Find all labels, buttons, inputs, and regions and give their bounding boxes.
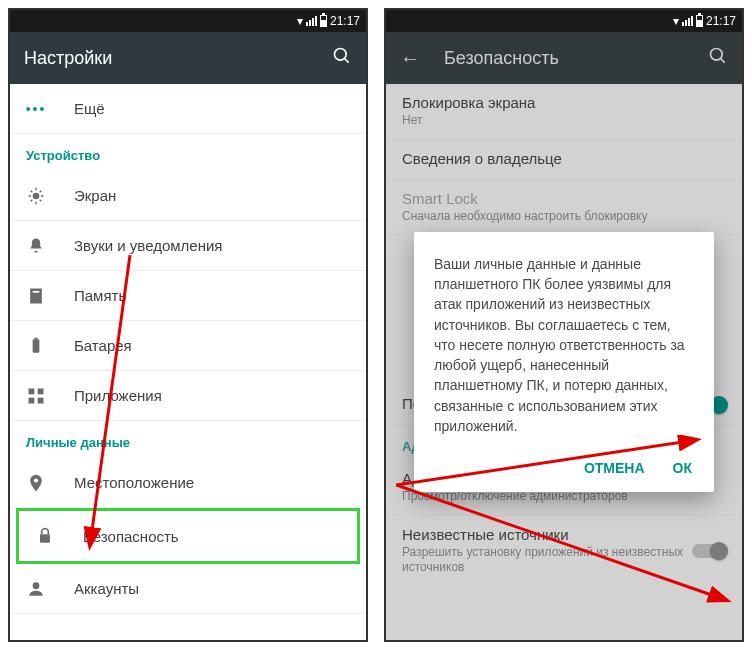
back-icon[interactable]: ←	[400, 47, 420, 70]
lock-icon	[35, 526, 55, 546]
status-bar: ▾ 21:17	[386, 10, 742, 32]
svg-point-13	[33, 582, 40, 589]
item-owner-info: Сведения о владельце	[386, 140, 742, 180]
svg-rect-7	[29, 388, 35, 394]
section-device: Устройство	[10, 134, 366, 171]
svg-point-0	[335, 48, 347, 60]
status-time: 21:17	[706, 14, 736, 28]
status-time: 21:17	[330, 14, 360, 28]
highlight-security: Безопасность	[16, 508, 360, 564]
signal-icon	[306, 16, 317, 26]
dialog-message: Ваши личные данные и данные планшетного …	[434, 254, 694, 437]
battery-icon	[320, 15, 327, 27]
search-icon[interactable]	[708, 46, 728, 71]
wifi-icon: ▾	[673, 14, 679, 28]
item-smart-lock: Smart Lock Сначала необходимо настроить …	[386, 180, 742, 236]
location-icon	[26, 473, 46, 493]
list-item-more[interactable]: ••• Ещё	[10, 84, 366, 134]
unknown-sources-switch[interactable]	[692, 544, 726, 558]
app-title: Настройки	[24, 48, 332, 69]
list-item-sounds[interactable]: Звуки и уведомления	[10, 221, 366, 271]
svg-rect-5	[33, 339, 40, 352]
svg-rect-6	[34, 337, 37, 339]
svg-rect-12	[40, 534, 50, 542]
app-bar-security: ← Безопасность	[386, 32, 742, 84]
more-label: Ещё	[74, 100, 105, 117]
account-icon	[26, 579, 46, 599]
battery-item-icon	[26, 336, 46, 356]
cancel-button[interactable]: ОТМЕНА	[582, 454, 647, 482]
app-bar-settings: Настройки	[10, 32, 366, 84]
apps-icon	[26, 386, 46, 406]
svg-rect-3	[30, 288, 42, 303]
section-personal: Личные данные	[10, 421, 366, 458]
phone-security: ▾ 21:17 ← Безопасность Блокировка экрана…	[384, 8, 744, 642]
app-title: Безопасность	[444, 48, 708, 69]
svg-point-11	[34, 478, 38, 482]
list-item-apps[interactable]: Приложения	[10, 371, 366, 421]
more-icon: •••	[26, 99, 46, 119]
svg-rect-4	[33, 291, 40, 293]
display-icon	[26, 186, 46, 206]
item-unknown-sources: Неизвестные источники Разрешить установк…	[386, 516, 742, 586]
svg-point-2	[33, 192, 40, 199]
storage-icon	[26, 286, 46, 306]
dialog-actions: ОТМЕНА ОК	[434, 454, 694, 482]
item-screen-lock: Блокировка экрана Нет	[386, 84, 742, 140]
list-item-storage[interactable]: Память	[10, 271, 366, 321]
list-item-security[interactable]: Безопасность	[19, 511, 357, 561]
search-icon[interactable]	[332, 46, 352, 71]
svg-rect-9	[29, 397, 35, 403]
confirm-dialog: Ваши личные данные и данные планшетного …	[414, 232, 714, 493]
status-bar: ▾ 21:17	[10, 10, 366, 32]
svg-point-15	[711, 48, 723, 60]
settings-list: ••• Ещё Устройство Экран Звуки и уведомл…	[10, 84, 366, 640]
svg-rect-10	[38, 397, 44, 403]
bell-icon	[26, 236, 46, 256]
svg-rect-8	[38, 388, 44, 394]
list-item-location[interactable]: Местоположение	[10, 458, 366, 508]
list-item-battery[interactable]: Батарея	[10, 321, 366, 371]
svg-line-16	[721, 58, 725, 62]
wifi-icon: ▾	[297, 14, 303, 28]
phone-settings: ▾ 21:17 Настройки ••• Ещё Устройство Экр…	[8, 8, 368, 642]
list-item-accounts[interactable]: Аккаунты	[10, 564, 366, 614]
signal-icon	[682, 16, 693, 26]
svg-line-1	[345, 58, 349, 62]
ok-button[interactable]: ОК	[671, 454, 694, 482]
list-item-display[interactable]: Экран	[10, 171, 366, 221]
battery-icon	[696, 15, 703, 27]
